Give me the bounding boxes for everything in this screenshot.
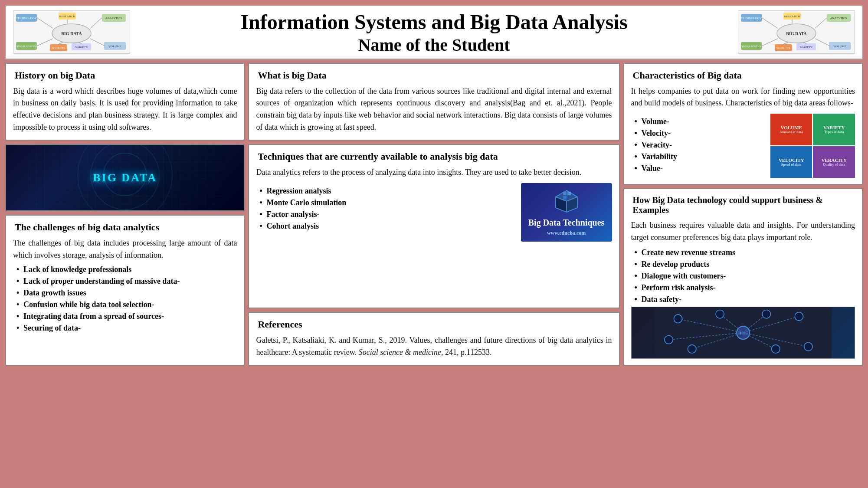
references-card: References Galetsi, P., Katsaliaki, K. a… [248, 312, 619, 366]
svg-text:Hub: Hub [740, 331, 746, 335]
svg-text:TECHNOLOGY: TECHNOLOGY [16, 16, 37, 20]
techniques-content: Regression analysis Monte Carlo simulati… [256, 183, 612, 242]
network-image: Hub [631, 307, 855, 359]
challenges-bullets: Lack of knowledge professionals Lack of … [13, 265, 237, 333]
techniques-bullets-container: Regression analysis Monte Carlo simulati… [256, 183, 515, 233]
big-data-img-label: BIG DATA [93, 171, 157, 184]
support-item-4: Perform risk analysis- [635, 283, 855, 292]
characteristics-card: Characteristics of Big data It helps com… [623, 63, 863, 185]
techniques-image: Big Data Techniques www.educba.com [521, 183, 612, 242]
svg-line-42 [815, 39, 830, 46]
svg-text:VARIETY: VARIETY [800, 46, 813, 49]
support-bullets: Create new revenue streams Re develop pr… [631, 248, 855, 304]
support-title: How Big Data technology could support bu… [631, 195, 855, 215]
svg-rect-53 [563, 196, 567, 200]
svg-text:SOURCES: SOURCES [776, 46, 790, 50]
what-is-card: What is big Data Big data refers to the … [248, 63, 619, 141]
poster-container: BIG DATA TECHNOLOGY VISUALIZATION RESEAR… [5, 5, 863, 366]
characteristics-title: Characteristics of Big data [631, 70, 855, 81]
challenge-item-2: Lack of proper understanding of massive … [16, 277, 237, 286]
characteristics-intro: It helps companies to put data on work f… [631, 85, 855, 110]
five-v-diagram: VOLUME Amount of data VARIETY Types of d… [770, 114, 855, 178]
big-data-support-card: How Big Data technology could support bu… [623, 188, 863, 366]
challenges-card: The challenges of big data analytics The… [5, 215, 245, 366]
techniques-img-label: Big Data Techniques [528, 217, 605, 228]
svg-text:TECHNOLOGY: TECHNOLOGY [741, 16, 762, 20]
left-column: History on big Data Big data is a word w… [5, 63, 245, 366]
references-title: References [256, 319, 612, 330]
svg-text:ANALYTICS: ANALYTICS [105, 16, 122, 20]
challenge-item-1: Lack of knowledge professionals [16, 265, 237, 274]
challenge-item-6: Securing of data- [16, 324, 237, 333]
svg-text:RESEARCH: RESEARCH [59, 15, 75, 18]
technique-item-2: Monte Carlo simulation [259, 198, 515, 207]
what-is-text: Big data refers to the collection of the… [256, 85, 612, 134]
right-column: Characteristics of Big data It helps com… [623, 63, 863, 366]
svg-line-13 [59, 42, 63, 44]
svg-point-68 [795, 312, 803, 321]
support-item-1: Create new revenue streams [635, 248, 855, 257]
technique-item-1: Regression analysis [259, 187, 515, 196]
svg-line-27 [762, 18, 778, 28]
svg-point-72 [664, 336, 672, 344]
char-bullet-list: Volume- Velocity- Veracity- Variability … [631, 117, 766, 173]
what-is-title: What is big Data [256, 70, 612, 81]
support-item-5: Data safety- [635, 295, 855, 304]
techniques-img-sub: www.educba.com [547, 230, 586, 236]
char-item-1: Volume- [635, 117, 766, 126]
techniques-bullets: Regression analysis Monte Carlo simulati… [256, 187, 515, 231]
challenge-item-4: Confusion while big data tool selection- [16, 300, 237, 309]
v-volume: VOLUME Amount of data [770, 114, 812, 145]
svg-point-65 [674, 314, 682, 323]
svg-text:VOLUME: VOLUME [108, 45, 121, 48]
challenges-title: The challenges of big data analytics [13, 222, 237, 233]
header-logo-left: BIG DATA TECHNOLOGY VISUALIZATION RESEAR… [13, 10, 130, 54]
svg-point-69 [804, 343, 812, 351]
header-title: Information Systems and Big Data Analysi… [130, 10, 738, 55]
svg-rect-51 [563, 192, 567, 195]
header-logo-right: BIG DATA TECHNOLOGY VISUALIZATION RESEAR… [738, 10, 855, 54]
svg-line-16 [90, 18, 102, 28]
references-volume: 241 [445, 348, 457, 357]
char-content: Volume- Velocity- Veracity- Variability … [631, 114, 855, 178]
middle-column: What is big Data Big data refers to the … [248, 63, 619, 366]
header: BIG DATA TECHNOLOGY VISUALIZATION RESEAR… [5, 5, 863, 59]
char-item-2: Velocity- [635, 129, 766, 138]
svg-text:VARIETY: VARIETY [75, 46, 88, 49]
big-data-image: BIG DATA [5, 144, 245, 211]
v-velocity: VELOCITY Speed of data [770, 146, 812, 178]
svg-point-66 [688, 345, 696, 353]
svg-text:ANALYTICS: ANALYTICS [830, 16, 847, 20]
svg-text:VOLUME: VOLUME [833, 45, 846, 48]
svg-line-36 [783, 42, 788, 44]
references-journal: Social science & medicine [359, 348, 441, 357]
svg-line-19 [90, 39, 105, 46]
svg-point-67 [715, 310, 724, 318]
svg-text:VISUALIZATION: VISUALIZATION [15, 45, 38, 48]
techniques-card: Techniques that are currently available … [248, 144, 619, 308]
challenge-item-5: Integrating data from a spread of source… [16, 312, 237, 321]
references-text: Galetsi, P., Katsaliaki, K. and Kumar, S… [256, 334, 612, 359]
challenges-text: The challenges of big data includes proc… [13, 237, 237, 262]
svg-line-39 [815, 18, 827, 28]
svg-text:BIG DATA: BIG DATA [786, 31, 807, 36]
support-text: Each business requires valuable data and… [631, 219, 855, 244]
char-item-3: Veracity- [635, 141, 766, 150]
main-grid: History on big Data Big data is a word w… [5, 63, 863, 366]
support-item-3: Dialogue with customers- [635, 272, 855, 281]
svg-point-71 [771, 345, 780, 353]
support-item-2: Re develop products [635, 260, 855, 269]
techniques-intro: Data analytics refers to the process of … [256, 167, 612, 179]
char-item-4: Variability [635, 152, 766, 161]
techniques-title: Techniques that are currently available … [256, 151, 612, 162]
char-item-5: Value- [635, 164, 766, 173]
technique-item-3: Factor analysis- [259, 210, 515, 219]
svg-line-4 [37, 18, 53, 28]
history-text: Big data is a word which describes huge … [13, 85, 237, 134]
subtitle: Name of the Student [130, 35, 738, 55]
main-title: Information Systems and Big Data Analysi… [130, 10, 738, 35]
svg-rect-52 [567, 192, 571, 195]
references-pages: p.112533. [461, 348, 491, 357]
svg-point-70 [762, 310, 770, 318]
char-bullets: Volume- Velocity- Veracity- Variability … [631, 114, 766, 176]
